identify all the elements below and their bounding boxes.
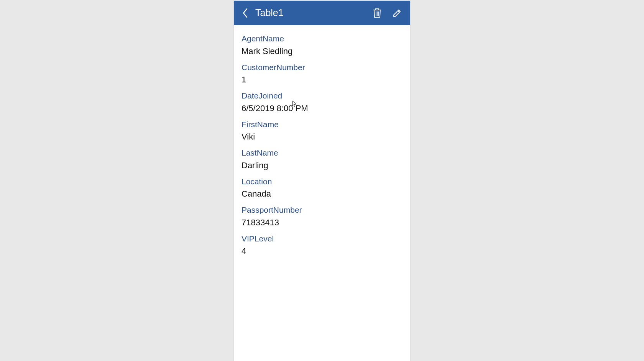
field-value: 6/5/2019 8:00 PM <box>242 102 402 115</box>
field-value: Darling <box>242 159 402 172</box>
field-value: Viki <box>242 130 402 143</box>
pencil-icon <box>393 8 402 18</box>
field-value: Canada <box>242 187 402 200</box>
field-firstname: FirstName Viki <box>242 118 402 143</box>
field-label: AgentName <box>242 33 402 45</box>
field-value: 71833413 <box>242 216 402 229</box>
field-label: LastName <box>242 147 402 159</box>
field-value: Mark Siedling <box>242 45 402 57</box>
page-title: Table1 <box>255 7 365 18</box>
edit-button[interactable] <box>389 5 405 21</box>
detail-content: AgentName Mark Siedling CustomerNumber 1… <box>234 25 410 361</box>
header-bar: Table1 <box>234 1 410 25</box>
field-value: 4 <box>242 244 402 257</box>
field-datejoined: DateJoined 6/5/2019 8:00 PM <box>242 90 402 115</box>
trash-icon <box>373 8 381 18</box>
field-viplevel: VIPLevel 4 <box>242 233 402 258</box>
back-button[interactable] <box>239 7 251 19</box>
field-value: 1 <box>242 73 402 86</box>
field-passportnumber: PassportNumber 71833413 <box>242 204 402 229</box>
field-label: PassportNumber <box>242 204 402 216</box>
field-label: CustomerNumber <box>242 61 402 74</box>
field-customernumber: CustomerNumber 1 <box>242 61 402 86</box>
field-agentname: AgentName Mark Siedling <box>242 33 402 57</box>
field-label: DateJoined <box>242 90 402 102</box>
field-label: FirstName <box>242 118 402 131</box>
chevron-left-icon <box>242 8 248 18</box>
field-label: Location <box>242 176 402 188</box>
device-frame: Table1 AgentName Mark Siedling CustomerN <box>234 1 410 361</box>
field-label: VIPLevel <box>242 233 402 245</box>
field-location: Location Canada <box>242 176 402 200</box>
field-lastname: LastName Darling <box>242 147 402 172</box>
delete-button[interactable] <box>370 5 385 21</box>
